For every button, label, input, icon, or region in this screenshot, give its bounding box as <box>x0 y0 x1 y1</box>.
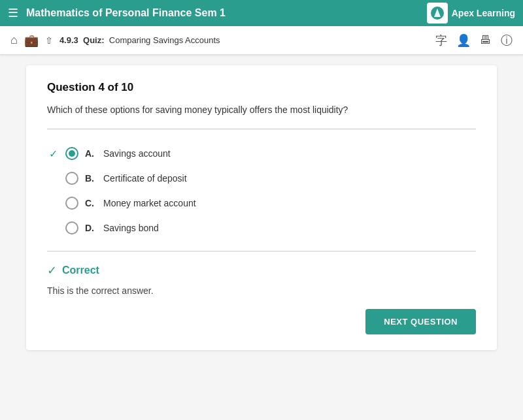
main-content: Question 4 of 10 Which of these options … <box>26 65 497 350</box>
course-title: Mathematics of Personal Finance Sem 1 <box>26 7 226 19</box>
option-label-b: B. <box>85 173 94 184</box>
print-icon[interactable]: 🖶 <box>480 33 492 47</box>
translate-icon[interactable]: 字 <box>435 33 447 48</box>
apex-icon <box>427 3 448 24</box>
options-list: ✓ A. Savings account ✓ B. Certificate of… <box>47 141 476 240</box>
next-btn-row: NEXT QUESTION <box>47 309 476 334</box>
breadcrumb-bar: ⌂ 💼 ⇧ 4.9.3 Quiz: Comparing Savings Acco… <box>0 26 523 55</box>
breadcrumb-right: 字 👤 🖶 ⓘ <box>435 33 513 48</box>
user-icon[interactable]: 👤 <box>456 33 471 48</box>
briefcase-icon[interactable]: 💼 <box>24 33 39 48</box>
radio-a[interactable] <box>65 147 78 160</box>
top-nav-left: ☰ Mathematics of Personal Finance Sem 1 <box>8 6 226 20</box>
upload-icon[interactable]: ⇧ <box>45 35 53 46</box>
breadcrumb-quiz-name: Comparing Savings Accounts <box>109 35 220 45</box>
option-item-a[interactable]: ✓ A. Savings account <box>47 141 476 166</box>
radio-b[interactable] <box>65 172 78 185</box>
divider-bottom <box>47 251 476 251</box>
top-nav-right: Apex Learning <box>427 3 515 24</box>
option-item-c[interactable]: ✓ C. Money market account <box>47 191 476 216</box>
check-mark-a: ✓ <box>47 148 59 160</box>
help-icon[interactable]: ⓘ <box>501 33 513 48</box>
option-label-c: C. <box>85 198 94 208</box>
breadcrumb-quiz-label: Quiz: <box>83 35 105 45</box>
radio-c[interactable] <box>65 197 78 210</box>
option-item-b[interactable]: ✓ B. Certificate of deposit <box>47 166 476 191</box>
apex-logo: Apex Learning <box>427 3 515 24</box>
option-item-d[interactable]: ✓ D. Savings bond <box>47 216 476 240</box>
option-text-a: Savings account <box>103 148 171 159</box>
next-question-button[interactable]: NEXT QUESTION <box>365 309 476 334</box>
breadcrumb-text: 4.9.3 Quiz: Comparing Savings Accounts <box>59 35 220 45</box>
correct-description: This is the correct answer. <box>47 285 476 296</box>
correct-check-icon: ✓ <box>47 263 57 278</box>
apex-logo-text: Apex Learning <box>452 8 515 18</box>
breadcrumb-section: 4.9.3 <box>59 35 78 45</box>
question-header: Question 4 of 10 <box>47 81 476 94</box>
option-label-a: A. <box>85 148 94 159</box>
option-text-d: Savings bond <box>103 223 159 233</box>
correct-banner: ✓ Correct <box>47 263 476 278</box>
hamburger-icon[interactable]: ☰ <box>8 6 18 20</box>
question-text: Which of these options for saving money … <box>47 103 476 117</box>
option-text-c: Money market account <box>103 198 196 208</box>
correct-label: Correct <box>62 265 99 276</box>
radio-d[interactable] <box>65 221 78 234</box>
home-icon[interactable]: ⌂ <box>10 33 18 47</box>
option-text-b: Certificate of deposit <box>103 173 187 184</box>
breadcrumb-left: ⌂ 💼 ⇧ 4.9.3 Quiz: Comparing Savings Acco… <box>10 33 220 48</box>
option-label-d: D. <box>85 223 94 233</box>
top-nav-bar: ☰ Mathematics of Personal Finance Sem 1 … <box>0 0 523 26</box>
divider-top <box>47 129 476 129</box>
